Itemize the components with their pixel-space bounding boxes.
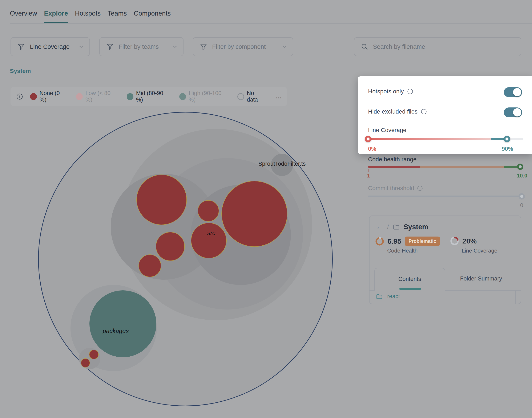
legend-item: No data [237, 90, 266, 103]
slider-min-value: 0% [368, 146, 376, 152]
commit-threshold-label: Commit threshold [368, 185, 414, 192]
filter-funnel-icon [199, 43, 207, 51]
chevron-down-icon [172, 44, 178, 50]
active-tab-underline [399, 288, 421, 290]
breadcrumb-system-link[interactable]: System [10, 68, 31, 74]
slider-min-handle[interactable] [365, 136, 371, 142]
tabbar-divider [445, 290, 521, 290]
slider-selected-range [368, 138, 491, 140]
code-health-stat: 6.95 Problematic [375, 237, 440, 246]
line-coverage-range-slider [368, 138, 523, 140]
bubble-label-packages: packages [103, 328, 129, 335]
legend-swatch-none [30, 93, 37, 100]
chevron-down-icon [78, 44, 85, 50]
toggle-knob [513, 108, 521, 116]
teams-filter-label: Filter by teams [119, 43, 159, 50]
commit-threshold-row: Commit threshold [368, 185, 423, 192]
hotspots-only-toggle[interactable] [504, 87, 522, 97]
hotspot-bubble-src[interactable] [191, 223, 227, 258]
hotspot-bubble[interactable] [89, 350, 99, 359]
tab-overview[interactable]: Overview [10, 8, 37, 19]
search-icon [361, 43, 368, 50]
card-divider [370, 261, 521, 261]
problematic-badge: Problematic [405, 237, 440, 246]
hotspots-only-row: Hotspots only [368, 88, 413, 95]
tab-folder-summary[interactable]: Folder Summary [445, 275, 517, 282]
component-filter-label: Filter by component [212, 43, 266, 50]
bubble-packages[interactable] [89, 290, 156, 357]
legend-item: Mid (80-90 %) [127, 90, 170, 103]
hide-excluded-toggle[interactable] [504, 107, 522, 117]
search-placeholder: Search by filename [373, 43, 425, 50]
code-health-range-slider[interactable] [368, 166, 522, 168]
filename-search-box[interactable]: Search by filename [354, 37, 521, 56]
code-health-donut [375, 237, 384, 246]
filter-funnel-icon [17, 43, 25, 51]
tab-explore[interactable]: Explore [44, 8, 68, 19]
teams-filter-dropdown[interactable]: Filter by teams [99, 37, 183, 56]
legend-label: No data [247, 90, 266, 103]
tab-teams[interactable]: Teams [108, 8, 127, 19]
slider-max-handle[interactable] [504, 136, 510, 142]
slider-max-value: 90% [501, 146, 514, 152]
legend-swatch-mid [127, 93, 133, 100]
folder-icon [376, 293, 383, 300]
legend-label: Mid (80-90 %) [136, 90, 170, 103]
coverage-legend: None (0 %) Low (< 80 %) Mid (80-90 %) Hi… [11, 87, 287, 106]
list-item-react[interactable]: react [376, 293, 400, 300]
legend-label: High (90-100 %) [189, 90, 229, 103]
hotspot-bubble[interactable] [81, 358, 90, 368]
info-icon[interactable] [421, 109, 427, 115]
code-health-max-value: 10.0 [509, 173, 527, 179]
bubble-label-src: src [207, 230, 216, 237]
bubble-label-file: SproutTodoFilter.ts [258, 161, 306, 167]
list-item-label: react [387, 293, 400, 300]
code-health-min-value: 1 [367, 173, 370, 179]
info-icon[interactable] [407, 89, 413, 94]
line-coverage-label: Line Coverage [462, 247, 497, 254]
code-health-value: 6.95 [387, 237, 401, 245]
commit-threshold-handle[interactable] [519, 193, 525, 199]
breadcrumb-separator: / [387, 223, 389, 230]
tabbar-divider [370, 290, 374, 290]
hotspot-bubble[interactable] [136, 174, 187, 225]
main-tabs: Overview Explore Hotspots Teams Componen… [10, 8, 171, 19]
folder-icon [393, 223, 400, 231]
card-title: System [404, 223, 428, 231]
code-health-max-handle[interactable] [517, 163, 523, 170]
coverage-filter-dropdown[interactable]: Line Coverage [11, 37, 90, 56]
legend-swatch-low [76, 93, 83, 100]
hotspot-bubble[interactable] [221, 181, 288, 247]
coverage-filter-label: Line Coverage [30, 43, 70, 50]
code-health-min-tick[interactable] [368, 169, 368, 172]
legend-swatch-high [179, 93, 186, 100]
tab-contents[interactable]: Contents [374, 268, 445, 290]
hotspot-bubble[interactable] [198, 200, 219, 222]
toggle-knob [513, 88, 521, 96]
hotspot-bubble[interactable] [138, 255, 161, 277]
line-coverage-stat: 20% [450, 237, 477, 245]
legend-item: High (90-100 %) [179, 90, 229, 103]
back-arrow-button[interactable]: ← [376, 223, 383, 231]
legend-item: Low (< 80 %) [76, 90, 118, 103]
card-scroll-divider [515, 290, 516, 304]
line-coverage-slider-label: Line Coverage [368, 127, 406, 134]
component-filter-dropdown[interactable]: Filter by component [193, 37, 293, 56]
folder-detail-card: ← / System 6.95 Problematic Code Health … [369, 216, 521, 304]
commit-threshold-slider[interactable] [368, 196, 524, 197]
line-coverage-value: 20% [462, 237, 477, 245]
hotspots-only-label: Hotspots only [368, 88, 404, 95]
hide-excluded-label: Hide excluded files [368, 108, 418, 115]
legend-more-button[interactable]: ... [276, 93, 282, 100]
line-coverage-donut [450, 237, 459, 245]
info-icon[interactable] [16, 93, 23, 100]
map-controls-panel: Hotspots only Hide excluded files Line C… [358, 76, 532, 154]
tab-components[interactable]: Components [134, 8, 171, 19]
hotspot-bubble[interactable] [156, 232, 185, 261]
info-icon[interactable] [417, 186, 423, 191]
filter-funnel-icon [106, 43, 114, 51]
code-health-label: Code Health [387, 247, 418, 254]
legend-label: Low (< 80 %) [85, 90, 118, 103]
tab-hotspots[interactable]: Hotspots [75, 8, 101, 19]
tab-contents-label: Contents [375, 276, 445, 282]
